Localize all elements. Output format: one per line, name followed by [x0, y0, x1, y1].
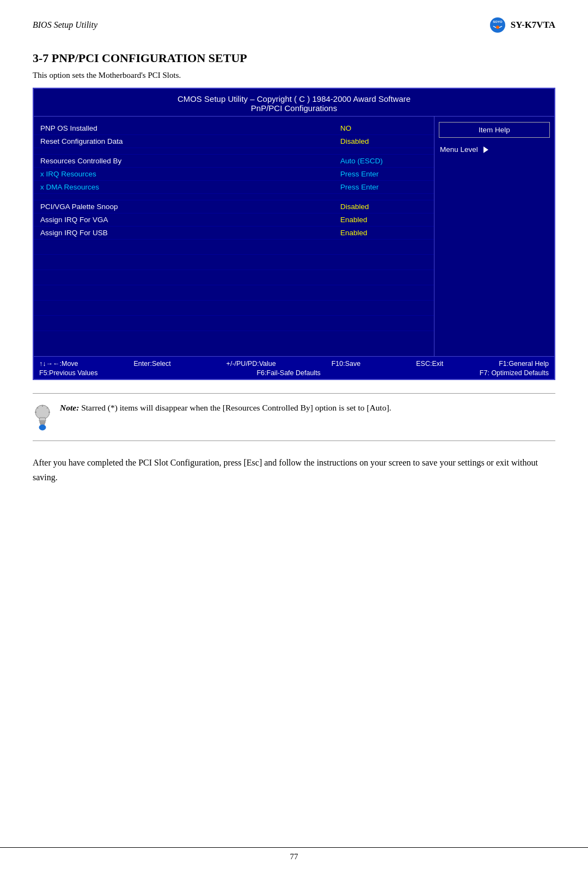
status-help: F1:General Help — [499, 360, 549, 368]
menu-level-row: Menu Level — [439, 143, 550, 156]
page-footer: 77 — [0, 847, 588, 861]
bios-title-line2: PnP/PCI Configurations — [37, 103, 551, 113]
header-title: BIOS Setup Utility — [33, 20, 97, 30]
table-row-empty — [34, 316, 434, 331]
status-optimized: F7: Optimized Defaults — [480, 369, 549, 377]
table-row-empty — [34, 255, 434, 270]
svg-text:SOYO: SOYO — [493, 20, 503, 23]
table-row-empty — [34, 270, 434, 285]
body-text: After you have completed the PCI Slot Co… — [33, 455, 555, 485]
section-heading: 3-7 PNP/PCI CONFIGURATION SETUP — [33, 51, 555, 65]
row-value-pnp-os: NO — [340, 124, 427, 132]
status-select: Enter:Select — [134, 360, 171, 368]
logo-text: SY-K7VTA — [511, 20, 555, 30]
note-body: Starred (*) items will disappear when th… — [79, 403, 391, 412]
row-label-irq-vga: Assign IRQ For VGA — [40, 216, 340, 224]
row-value-dma: Press Enter — [340, 183, 427, 191]
bios-statusbar: ↑↓→←:Move Enter:Select +/-/PU/PD:Value F… — [34, 356, 554, 379]
row-label-pnp-os: PNP OS Installed — [40, 124, 340, 132]
note-section: Note: Starred (*) items will disappear w… — [33, 393, 555, 441]
table-row[interactable]: x IRQ Resources Press Enter — [34, 168, 434, 181]
bios-title-bar: CMOS Setup Utility – Copyright ( C ) 198… — [34, 89, 554, 117]
bios-panel: CMOS Setup Utility – Copyright ( C ) 198… — [33, 88, 555, 380]
row-value-irq-vga: Enabled — [340, 216, 427, 224]
row-label-vga-snoop: PCI/VGA Palette Snoop — [40, 203, 340, 211]
page-number: 77 — [290, 852, 298, 861]
item-help-label: Item Help — [479, 126, 510, 134]
row-value-vga-snoop: Disabled — [340, 203, 427, 211]
bios-title-line1: CMOS Setup Utility – Copyright ( C ) 198… — [37, 94, 551, 103]
table-row[interactable]: PCI/VGA Palette Snoop Disabled — [34, 200, 434, 213]
row-value-irq: Press Enter — [340, 170, 427, 178]
bios-body: PNP OS Installed NO Reset Configuration … — [34, 117, 554, 356]
table-row-empty — [34, 301, 434, 316]
page-header: BIOS Setup Utility SOYO SY-K7VTA — [33, 16, 555, 36]
item-help-box: Item Help — [439, 122, 550, 138]
menu-level-arrow-icon — [483, 146, 488, 153]
row-value-irq-usb: Enabled — [340, 229, 427, 237]
status-failsafe: F6:Fail-Safe Defaults — [256, 369, 320, 377]
table-row[interactable]: x DMA Resources Press Enter — [34, 181, 434, 194]
bulb-icon — [33, 402, 52, 433]
table-row-empty — [34, 240, 434, 255]
status-exit: ESC:Exit — [416, 360, 443, 368]
row-label-reset-config: Reset Configuration Data — [40, 137, 340, 145]
table-row[interactable]: Assign IRQ For USB Enabled — [34, 227, 434, 240]
status-move: ↑↓→←:Move — [39, 360, 78, 368]
row-label-irq: x IRQ Resources — [40, 170, 340, 178]
row-label-resources: Resources Controlled By — [40, 157, 340, 165]
status-row-1: ↑↓→←:Move Enter:Select +/-/PU/PD:Value F… — [39, 360, 549, 368]
menu-level-label: Menu Level — [440, 145, 478, 154]
status-save: F10:Save — [332, 360, 361, 368]
table-row[interactable]: Resources Controlled By Auto (ESCD) — [34, 155, 434, 168]
table-row-empty — [34, 285, 434, 301]
table-row[interactable]: Assign IRQ For VGA Enabled — [34, 213, 434, 227]
spacer-2 — [34, 194, 434, 200]
status-value: +/-/PU/PD:Value — [226, 360, 276, 368]
status-row-2: F5:Previous Values F6:Fail-Safe Defaults… — [39, 369, 549, 377]
row-label-irq-usb: Assign IRQ For USB — [40, 229, 340, 237]
table-row[interactable]: Reset Configuration Data Disabled — [34, 135, 434, 148]
row-value-reset-config: Disabled — [340, 137, 427, 145]
status-prev: F5:Previous Values — [39, 369, 97, 377]
svg-rect-4 — [40, 421, 45, 423]
row-value-resources: Auto (ESCD) — [340, 157, 427, 165]
bios-left-panel: PNP OS Installed NO Reset Configuration … — [34, 117, 434, 356]
note-bold: Note: — [60, 403, 79, 412]
table-row[interactable]: PNP OS Installed NO — [34, 122, 434, 135]
spacer-1 — [34, 148, 434, 155]
row-label-dma: x DMA Resources — [40, 183, 340, 191]
note-text: Note: Starred (*) items will disappear w… — [60, 401, 391, 415]
header-logo: SOYO SY-K7VTA — [489, 16, 555, 34]
soyo-logo-icon: SOYO — [489, 16, 506, 34]
svg-point-2 — [496, 26, 499, 29]
bios-right-panel: Item Help Menu Level — [434, 117, 554, 356]
svg-point-11 — [39, 425, 46, 430]
section-subtitle: This option sets the Motherboard's PCI S… — [33, 71, 555, 80]
